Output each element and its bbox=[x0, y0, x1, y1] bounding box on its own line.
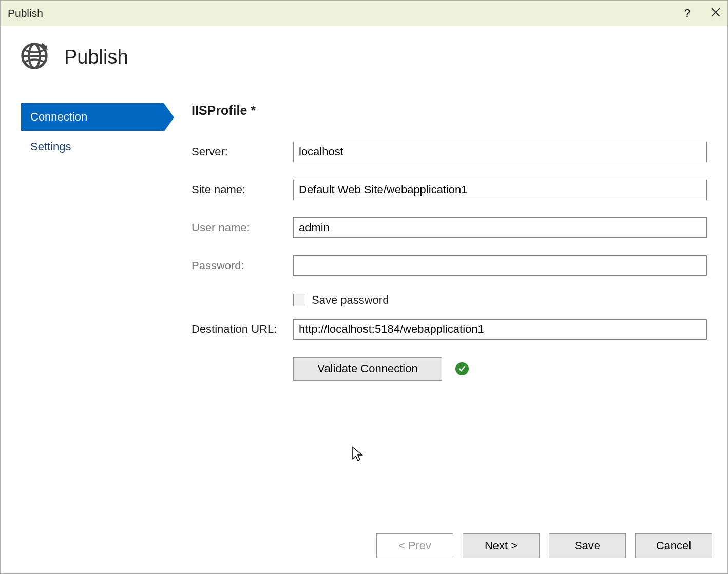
page-heading: Publish bbox=[64, 46, 128, 68]
publish-dialog: Publish ? Publish Connection bbox=[0, 0, 728, 574]
site-name-input[interactable] bbox=[293, 180, 707, 200]
help-icon[interactable]: ? bbox=[684, 7, 691, 20]
prev-button[interactable]: < Prev bbox=[376, 533, 453, 558]
sidebar-item-settings[interactable]: Settings bbox=[21, 133, 164, 161]
publish-globe-icon bbox=[20, 42, 49, 72]
server-input[interactable] bbox=[293, 142, 707, 162]
row-save-password: Save password bbox=[293, 293, 707, 307]
destination-url-input[interactable] bbox=[293, 319, 707, 340]
sidebar-item-label: Settings bbox=[30, 140, 71, 153]
save-button[interactable]: Save bbox=[549, 533, 626, 558]
validation-success-icon bbox=[455, 362, 469, 375]
row-site-name: Site name: bbox=[191, 180, 707, 200]
row-password: Password: bbox=[191, 255, 707, 276]
label-destination-url: Destination URL: bbox=[191, 323, 293, 336]
sidebar-item-label: Connection bbox=[30, 110, 87, 123]
label-user-name: User name: bbox=[191, 221, 293, 234]
label-site-name: Site name: bbox=[191, 183, 293, 196]
close-icon[interactable] bbox=[711, 7, 720, 20]
profile-name: IISProfile * bbox=[191, 103, 707, 118]
password-input[interactable] bbox=[293, 255, 707, 276]
titlebar: Publish ? bbox=[1, 1, 727, 26]
cancel-button[interactable]: Cancel bbox=[635, 533, 712, 558]
row-server: Server: bbox=[191, 142, 707, 162]
form-pane: IISProfile * Server: Site name: User nam… bbox=[164, 103, 707, 523]
user-name-input[interactable] bbox=[293, 217, 707, 238]
wizard-sidebar: Connection Settings bbox=[21, 103, 164, 523]
label-save-password: Save password bbox=[312, 293, 389, 307]
content-header: Publish bbox=[1, 26, 727, 77]
row-destination-url: Destination URL: bbox=[191, 319, 707, 340]
save-password-checkbox[interactable] bbox=[293, 294, 305, 306]
label-password: Password: bbox=[191, 259, 293, 272]
dialog-footer: < Prev Next > Save Cancel bbox=[1, 523, 727, 573]
sidebar-item-connection[interactable]: Connection bbox=[21, 103, 164, 131]
window-title: Publish bbox=[8, 7, 43, 19]
row-user-name: User name: bbox=[191, 217, 707, 238]
label-server: Server: bbox=[191, 145, 293, 159]
next-button[interactable]: Next > bbox=[463, 533, 540, 558]
main-content: Connection Settings IISProfile * Server:… bbox=[1, 77, 727, 523]
validate-connection-button[interactable]: Validate Connection bbox=[293, 357, 442, 381]
row-validate: Validate Connection bbox=[293, 357, 707, 381]
